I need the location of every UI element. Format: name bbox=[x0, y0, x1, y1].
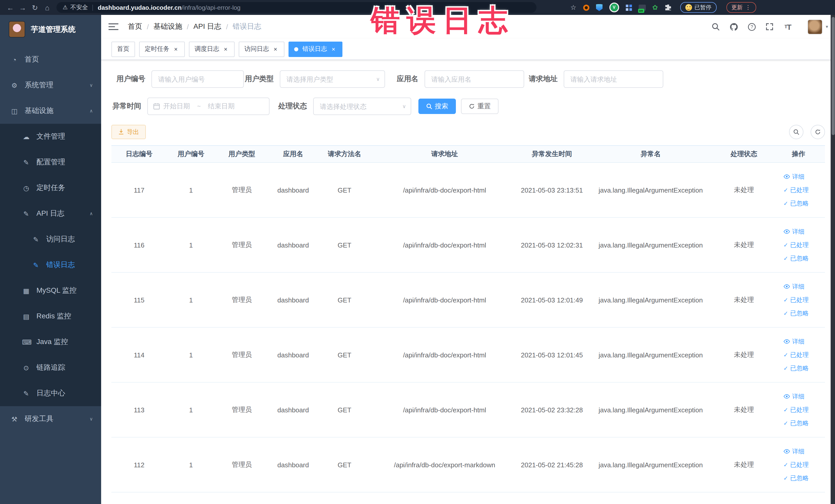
extension-icon-on-badge[interactable]: on bbox=[638, 4, 646, 11]
scrollbar-thumb[interactable] bbox=[831, 17, 834, 135]
breadcrumb-home[interactable]: 首页 bbox=[128, 22, 142, 31]
tag-close-icon[interactable] bbox=[222, 46, 229, 53]
date-range-separator: ~ bbox=[197, 103, 201, 110]
sidebar-item-log-center[interactable]: ✎日志中心 bbox=[0, 381, 101, 406]
help-icon[interactable]: ? bbox=[747, 22, 756, 31]
avatar-caret-down-icon[interactable] bbox=[826, 24, 828, 29]
mark-ignored-link[interactable]: 已忽略 bbox=[783, 474, 809, 482]
breadcrumb-api-log[interactable]: API 日志 bbox=[194, 22, 222, 31]
table-row: 114 1 管理员 dashboard GET /api/infra/db-do… bbox=[111, 328, 825, 383]
exception-time-range-picker[interactable]: 开始日期 ~ 结束日期 bbox=[147, 98, 269, 115]
request-url-label: 请求地址 bbox=[524, 75, 564, 84]
sidebar-item-scheduled-tasks[interactable]: ◷定时任务 bbox=[0, 175, 101, 201]
extension-icon-grid[interactable] bbox=[626, 4, 632, 11]
sidebar-item-api-log[interactable]: ✎API 日志 bbox=[0, 201, 101, 226]
mark-processed-link[interactable]: 已处理 bbox=[783, 405, 809, 414]
chevron-down-icon bbox=[89, 417, 93, 422]
extension-icon-orange[interactable] bbox=[583, 4, 589, 11]
sidebar-item-redis-monitor[interactable]: ▤Redis 监控 bbox=[0, 303, 101, 329]
tag-close-icon[interactable] bbox=[172, 46, 179, 53]
mark-processed-link[interactable]: 已处理 bbox=[783, 186, 809, 194]
browser-menu-icon[interactable]: ⋮ bbox=[745, 4, 751, 11]
cell-actions: 详细 已处理 已忽略 bbox=[772, 273, 825, 327]
sidebar-item-mysql-monitor[interactable]: ▦MySQL 监控 bbox=[0, 278, 101, 303]
process-status-select[interactable] bbox=[313, 98, 411, 115]
toggle-search-button[interactable] bbox=[789, 125, 803, 139]
app-title: 芋道管理系统 bbox=[31, 24, 76, 34]
sidebar-item-home[interactable]: ◔首页 bbox=[0, 47, 101, 73]
tab-scheduled-tasks[interactable]: 定时任务 bbox=[139, 41, 185, 57]
mark-processed-link[interactable]: 已处理 bbox=[783, 296, 809, 304]
reload-icon[interactable]: ↻ bbox=[29, 3, 41, 12]
update-button[interactable]: 更新 ⋮ bbox=[726, 2, 756, 13]
sidebar-item-trace[interactable]: ⊙链路追踪 bbox=[0, 355, 101, 381]
mark-ignored-link[interactable]: 已忽略 bbox=[783, 199, 809, 208]
mark-ignored-link[interactable]: 已忽略 bbox=[783, 419, 809, 427]
extension-icon-shield[interactable] bbox=[596, 4, 603, 11]
detail-link[interactable]: 详细 bbox=[783, 392, 805, 401]
tag-close-icon[interactable] bbox=[272, 46, 279, 53]
bookmark-star-icon[interactable]: ☆ bbox=[570, 4, 576, 11]
home-icon[interactable]: ⌂ bbox=[41, 3, 54, 12]
mark-ignored-link[interactable]: 已忽略 bbox=[783, 254, 809, 263]
cell-request-method: GET bbox=[318, 273, 371, 327]
breadcrumb-infrastructure[interactable]: 基础设施 bbox=[154, 22, 182, 31]
col-request-url: 请求地址 bbox=[371, 146, 518, 162]
tab-error-log[interactable]: 错误日志 bbox=[288, 41, 342, 57]
detail-link[interactable]: 详细 bbox=[783, 282, 805, 291]
reset-button[interactable]: 重置 bbox=[461, 99, 498, 114]
detail-link[interactable]: 详细 bbox=[783, 447, 805, 456]
scrollbar[interactable] bbox=[831, 15, 835, 504]
sidebar-item-access-log[interactable]: ✎访问日志 bbox=[0, 226, 101, 252]
monitor-icon: ◫ bbox=[10, 107, 19, 115]
col-exception-name: 异常名 bbox=[586, 146, 716, 162]
hamburger-icon[interactable] bbox=[108, 23, 119, 31]
cell-user-type: 管理员 bbox=[215, 163, 268, 217]
extensions-puzzle-icon[interactable] bbox=[665, 4, 671, 11]
cell-actions: 详细 已处理 已忽略 bbox=[772, 163, 825, 217]
mark-processed-link[interactable]: 已处理 bbox=[783, 241, 809, 249]
github-icon[interactable] bbox=[729, 22, 738, 31]
detail-link[interactable]: 详细 bbox=[783, 337, 805, 346]
tab-home[interactable]: 首页 bbox=[111, 41, 135, 57]
export-button[interactable]: 导出 bbox=[111, 125, 146, 139]
forward-icon[interactable]: → bbox=[16, 3, 29, 12]
detail-link[interactable]: 详细 bbox=[783, 227, 805, 236]
sidebar-item-config-management[interactable]: ✎配置管理 bbox=[0, 149, 101, 175]
app-name-input[interactable] bbox=[425, 70, 524, 88]
sidebar-logo[interactable]: 芋道管理系统 bbox=[0, 15, 101, 44]
sidebar-item-system-management[interactable]: ⚙系统管理 bbox=[0, 73, 101, 98]
sidebar-item-java-monitor[interactable]: ⌨Java 监控 bbox=[0, 329, 101, 355]
detail-link[interactable]: 详细 bbox=[783, 172, 805, 181]
extension-icon-leaf[interactable]: ✿ bbox=[652, 4, 658, 11]
mark-processed-link[interactable]: 已处理 bbox=[783, 460, 809, 469]
paused-extension-badge[interactable]: 已暂停 bbox=[680, 2, 716, 13]
extension-icon-green-v[interactable] bbox=[609, 3, 619, 12]
tab-access-log[interactable]: 访问日志 bbox=[239, 41, 284, 57]
back-icon[interactable]: ← bbox=[4, 3, 16, 12]
search-icon[interactable] bbox=[711, 22, 720, 31]
user-id-input[interactable] bbox=[151, 70, 244, 88]
sidebar-item-file-management[interactable]: ☁文件管理 bbox=[0, 124, 101, 149]
sidebar-item-dev-tools[interactable]: ⚒研发工具 bbox=[0, 406, 101, 432]
end-date-placeholder: 结束日期 bbox=[208, 102, 235, 111]
mark-ignored-link[interactable]: 已忽略 bbox=[783, 364, 809, 372]
mark-ignored-link[interactable]: 已忽略 bbox=[783, 309, 809, 318]
mark-processed-link[interactable]: 已处理 bbox=[783, 350, 809, 359]
tab-schedule-log[interactable]: 调度日志 bbox=[189, 41, 235, 57]
fullscreen-icon[interactable] bbox=[765, 22, 774, 31]
sidebar-item-error-log[interactable]: ✎错误日志 bbox=[0, 252, 101, 278]
content: 用户编号 用户类型 应用名 请求地址 异常时间 开始日期 ~ bbox=[101, 60, 835, 504]
address-bar[interactable]: ⚠ 不安全 dashboard.yudao.iocoder.cn/infra/l… bbox=[57, 2, 536, 13]
col-app-name: 应用名 bbox=[268, 146, 318, 162]
cell-actions: 详细 已处理 已忽略 bbox=[772, 383, 825, 437]
sidebar-item-infrastructure[interactable]: ◫基础设施 bbox=[0, 98, 101, 124]
request-url-input[interactable] bbox=[564, 70, 663, 88]
search-button[interactable]: 搜索 bbox=[419, 99, 456, 114]
avatar[interactable] bbox=[808, 19, 823, 34]
font-size-icon[interactable]: TT bbox=[783, 22, 792, 31]
tag-close-icon[interactable] bbox=[330, 46, 337, 53]
gear-icon: ⚙ bbox=[10, 81, 19, 89]
user-type-select[interactable] bbox=[280, 70, 385, 88]
refresh-button[interactable] bbox=[811, 125, 825, 139]
